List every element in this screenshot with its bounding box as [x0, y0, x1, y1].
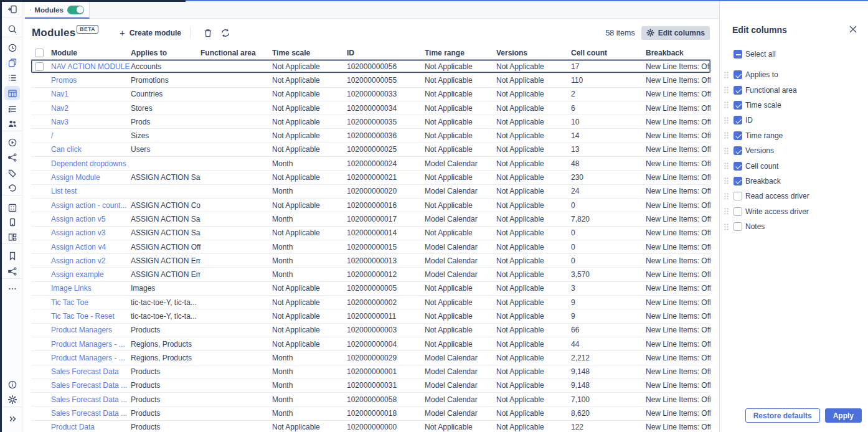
column-item-notes[interactable]: Notes: [720, 219, 868, 234]
column-item-time-range[interactable]: Time range: [720, 128, 868, 143]
drag-handle-icon[interactable]: [724, 72, 729, 78]
connections-icon[interactable]: [7, 266, 17, 276]
module-link[interactable]: Promos: [51, 76, 77, 85]
column-header-applies-to[interactable]: Applies to: [131, 49, 200, 57]
module-link[interactable]: Assign Action v4: [51, 243, 106, 251]
restore-defaults-button[interactable]: Restore defaults: [745, 408, 820, 423]
column-item-versions[interactable]: Versions: [720, 143, 868, 158]
info-icon[interactable]: [7, 379, 17, 390]
module-link[interactable]: Assign action v2: [51, 256, 105, 265]
module-link[interactable]: Tic Tac Toe: [51, 298, 88, 307]
module-link[interactable]: Nav1: [51, 90, 68, 98]
drag-handle-icon[interactable]: [724, 193, 729, 200]
table-row[interactable]: NAV ACTION MODULEAccountsNot Applicable1…: [31, 60, 710, 73]
column-header-time-scale[interactable]: Time scale: [272, 49, 347, 57]
delete-icon[interactable]: [203, 28, 213, 38]
share-network-icon[interactable]: [7, 152, 17, 162]
module-link[interactable]: Nav2: [51, 104, 68, 113]
module-link[interactable]: Assign example: [51, 270, 104, 279]
module-link[interactable]: Product Managers: [51, 326, 112, 334]
module-link[interactable]: Can click: [51, 145, 82, 154]
column-header-id[interactable]: ID: [347, 49, 425, 57]
table-row[interactable]: /SizesNot Applicable102000000036Not Appl…: [31, 129, 710, 143]
column-header-breakback[interactable]: Breakback: [646, 49, 710, 57]
table-row[interactable]: Product DataProductsNot Applicable102000…: [31, 421, 710, 432]
column-checkbox[interactable]: [734, 101, 742, 110]
edit-columns-button[interactable]: Edit columns: [641, 26, 710, 40]
panel-toggle-icon[interactable]: [7, 4, 17, 14]
table-row[interactable]: Image LinksImagesNot Applicable102000000…: [31, 282, 710, 296]
module-link[interactable]: Product Managers - ...: [51, 354, 125, 362]
drag-handle-icon[interactable]: [724, 208, 729, 215]
drag-handle-icon[interactable]: [724, 162, 729, 169]
column-item-functional-area[interactable]: Functional area: [720, 82, 868, 97]
module-link[interactable]: /: [51, 131, 53, 140]
module-link[interactable]: Assign action - count...: [51, 201, 126, 210]
module-link[interactable]: Assign Module: [51, 173, 100, 182]
module-link[interactable]: Sales Forecast Data ...: [51, 395, 127, 404]
row-checkbox[interactable]: [35, 62, 44, 71]
table-row[interactable]: Product Managers - ...Regions, ProductsN…: [31, 337, 710, 351]
select-all-rows-checkbox[interactable]: [35, 49, 44, 57]
select-all-checkbox[interactable]: [734, 50, 742, 59]
column-checkbox[interactable]: [734, 207, 742, 216]
settings-gear-icon[interactable]: [7, 394, 17, 405]
table-row[interactable]: Can clickUsersNot Applicable102000000025…: [31, 143, 710, 157]
blocks-icon[interactable]: [7, 232, 17, 242]
column-item-write-access-driver[interactable]: Write access driver: [720, 204, 868, 219]
table-row[interactable]: Assign Action v4ASSIGN ACTION Off...Mont…: [31, 240, 710, 254]
pages-icon[interactable]: [7, 57, 17, 68]
column-header-cell-count[interactable]: Cell count: [571, 49, 646, 57]
column-checkbox[interactable]: [734, 116, 742, 124]
module-link[interactable]: List test: [51, 187, 77, 195]
column-checkbox[interactable]: [734, 70, 742, 79]
table-row[interactable]: Assign exampleASSIGN ACTION Em...Month10…: [31, 268, 710, 281]
column-checkbox[interactable]: [734, 146, 742, 155]
restore-history-icon[interactable]: [7, 182, 17, 193]
module-link[interactable]: Dependent dropdowns: [51, 159, 126, 168]
drag-handle-icon[interactable]: [724, 132, 729, 139]
table-row[interactable]: Dependent dropdownsMonth102000000024Mode…: [31, 157, 710, 171]
column-item-id[interactable]: ID: [720, 113, 868, 128]
column-item-applies-to[interactable]: Applies to: [720, 67, 868, 82]
bookmark-icon[interactable]: [7, 250, 17, 261]
column-checkbox[interactable]: [734, 131, 742, 140]
select-all-row[interactable]: Select all: [720, 46, 868, 62]
table-row[interactable]: Tic Tac Toe - Resettic-tac-toe-Y, tic-ta…: [31, 309, 710, 323]
grid-table-icon[interactable]: [7, 88, 17, 98]
apply-button[interactable]: Apply: [825, 408, 862, 423]
search-icon[interactable]: [7, 24, 17, 34]
module-toggle[interactable]: [67, 6, 84, 14]
drag-handle-icon[interactable]: [724, 87, 729, 93]
play-circle-icon[interactable]: [7, 137, 17, 148]
module-link[interactable]: Image Links: [51, 284, 92, 293]
column-checkbox[interactable]: [734, 86, 742, 95]
table-row[interactable]: PromosPromotionsNot Applicable1020000000…: [31, 73, 710, 87]
table-row[interactable]: Nav3ProdsNot Applicable102000000035Not A…: [31, 115, 710, 129]
users-icon[interactable]: [7, 118, 17, 129]
table-row[interactable]: Sales Forecast DataProductsMonth10200000…: [31, 365, 710, 379]
expand-sidebar-icon[interactable]: [7, 413, 17, 424]
module-link[interactable]: NAV ACTION MODULE: [51, 62, 130, 71]
table-row[interactable]: Product Managers - ...Regions, ProductsM…: [31, 351, 710, 365]
module-link[interactable]: Sales Forecast Data ...: [51, 409, 127, 418]
module-link[interactable]: Assign action v5: [51, 215, 105, 223]
column-item-read-access-driver[interactable]: Read access driver: [720, 189, 868, 204]
close-icon[interactable]: [849, 25, 857, 34]
refresh-icon[interactable]: [220, 28, 230, 38]
column-header-functional-area[interactable]: Functional area: [200, 49, 272, 57]
table-row[interactable]: Nav1CountriesNot Applicable102000000033N…: [31, 88, 710, 101]
column-checkbox[interactable]: [734, 177, 742, 185]
drag-handle-icon[interactable]: [724, 148, 729, 154]
table-row[interactable]: Sales Forecast Data ...ProductsMonth1020…: [31, 393, 710, 406]
table-row[interactable]: Product ManagersProductsNot Applicable10…: [31, 324, 710, 337]
module-link[interactable]: Product Managers - ...: [51, 340, 125, 349]
table-row[interactable]: Sales Forecast Data ...ProductsMonth1020…: [31, 406, 710, 420]
hierarchy-list-icon[interactable]: [7, 103, 17, 114]
table-row[interactable]: Assign action - count...ASSIGN ACTION Co…: [31, 199, 710, 212]
column-header-time-range[interactable]: Time range: [425, 49, 496, 57]
create-module-button[interactable]: +Create module: [120, 28, 181, 37]
list-icon[interactable]: [7, 72, 17, 83]
column-checkbox[interactable]: [734, 162, 742, 171]
column-item-cell-count[interactable]: Cell count: [720, 158, 868, 173]
